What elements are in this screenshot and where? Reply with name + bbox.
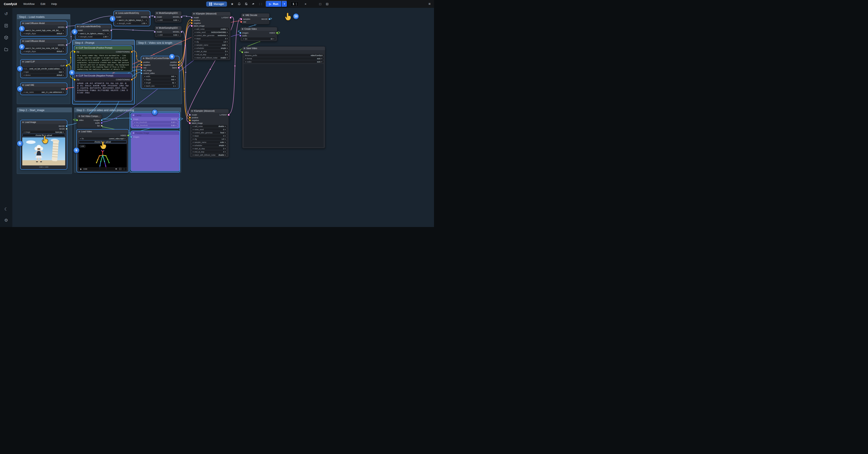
widget-shift[interactable]: ◀shift8.00▶ <box>156 34 180 36</box>
IMAGE-output-pin[interactable] <box>66 125 67 127</box>
queue-down-icon[interactable]: ▾ <box>296 4 297 6</box>
image-input-pin[interactable] <box>130 118 132 120</box>
widget-left-arrow-icon[interactable]: ◀ <box>194 57 195 59</box>
collapse-dot-icon[interactable] <box>22 121 24 123</box>
widget-left-arrow-icon[interactable]: ◀ <box>78 36 79 38</box>
MODEL-output-pin[interactable] <box>66 26 67 28</box>
MODEL-output-pin[interactable] <box>181 16 182 18</box>
widget-type[interactable]: ◀typewan▶ <box>22 70 65 73</box>
widget-right-arrow-icon[interactable]: ▶ <box>225 145 226 146</box>
run-options-button[interactable]: ▾ <box>282 1 287 7</box>
collapse-dot-icon[interactable] <box>79 116 80 117</box>
collapse-dot-icon[interactable] <box>22 61 24 62</box>
widget-left-arrow-icon[interactable]: ◀ <box>23 71 24 73</box>
negative-input-pin[interactable] <box>191 22 193 24</box>
node-title-lora-loader-low[interactable]: LoraLoaderModelOnly <box>75 25 111 28</box>
latent_image-input-pin[interactable] <box>189 122 191 124</box>
widget-wan2-2-i2v-lightx2v-4steps[interactable]: ◀wan2.2_i2v_lightx2v_4steps_lor ...▶ <box>77 32 110 35</box>
menu-edit[interactable]: Edit <box>40 2 45 5</box>
collapse-dot-icon[interactable] <box>191 110 193 112</box>
widget-low-threshold[interactable]: ◀low_threshold0.10▶ <box>133 121 178 124</box>
widget-right-arrow-icon[interactable]: ▶ <box>227 44 228 46</box>
CONDITIONING-output-pin[interactable] <box>131 79 133 81</box>
widget-right-arrow-icon[interactable]: ▶ <box>176 121 177 123</box>
widget-left-arrow-icon[interactable]: ◀ <box>192 142 193 143</box>
queue-up-icon[interactable]: ▴ <box>296 2 297 4</box>
LATENT-output-pin[interactable] <box>228 114 229 116</box>
node-get-video-components[interactable]: Get Video Compo...videoimagesaudiofps <box>77 114 102 128</box>
widget-width[interactable]: ◀width640▶ <box>143 75 177 78</box>
group-title-step3[interactable]: Step 3 - Control video and video preproc… <box>74 108 181 112</box>
model-library-icon[interactable] <box>4 35 9 40</box>
widget-right-arrow-icon[interactable]: ▶ <box>63 68 64 70</box>
node-title-load-diffusion-model-high[interactable]: Load Diffusion Model <box>21 22 67 25</box>
prompt-textarea[interactable]: 色调艳丽，过曝，静态，细节模糊不清，字幕，风格，作品，画作，画面，静止，整体发灰… <box>76 82 130 100</box>
widget-left-arrow-icon[interactable]: ◀ <box>144 85 145 87</box>
widget-wan2-2-i2v-lightx2v-4steps[interactable]: ◀wan2.2_i2v_lightx2v_4steps_lor ...▶ <box>116 19 148 22</box>
widget-left-arrow-icon[interactable]: ◀ <box>192 129 193 130</box>
node-ksampler-advanced-1[interactable]: KSampler (Advanced)modelLATENTpositivene… <box>191 12 231 60</box>
node-title-load-video[interactable]: Load Video <box>77 130 128 133</box>
node-load-vae[interactable]: Load VAEVAE◀vae_namewan_2.1_vae.safetens… <box>21 83 67 95</box>
bottom-panel-icon[interactable]: ⊟ <box>325 2 329 6</box>
widget-left-arrow-icon[interactable]: ◀ <box>194 47 195 49</box>
IMAGE-output-pin[interactable] <box>269 18 270 20</box>
widget-right-arrow-icon[interactable]: ▶ <box>178 34 179 36</box>
MODEL-output-pin[interactable] <box>111 30 112 31</box>
menu-icon[interactable]: ≡ <box>429 2 431 6</box>
widget-strength-model[interactable]: ◀strength_model1.00▶ <box>116 22 148 25</box>
widget-steps[interactable]: ◀steps4▶ <box>191 134 227 137</box>
node-title-load-diffusion-model-low[interactable]: Load Diffusion Model <box>21 39 67 43</box>
node-vae-decode[interactable]: VAE DecodesamplesIMAGEvae <box>241 13 270 24</box>
positive-input-pin[interactable] <box>189 117 191 119</box>
widget-return-with-leftover-noise[interactable]: ◀return_with_leftover_noisedisable▶ <box>191 154 227 156</box>
collapse-dot-icon[interactable] <box>76 75 78 77</box>
widget-shift[interactable]: ◀shift8.00▶ <box>156 19 180 22</box>
widget-left-arrow-icon[interactable]: ◀ <box>243 38 244 40</box>
node-clip-text-encode-negative[interactable]: CLIP Text Encode (Negative Prompt)clipCO… <box>74 74 132 101</box>
volume-icon[interactable] <box>115 168 117 170</box>
collapse-dot-icon[interactable] <box>193 13 195 14</box>
positive-output-pin[interactable] <box>178 61 180 63</box>
widget-image[interactable]: ◀imageinput.jpg▶ <box>22 130 65 133</box>
collapse-dot-icon[interactable] <box>79 131 80 132</box>
collapse-dot-icon[interactable] <box>116 12 117 14</box>
widget-right-arrow-icon[interactable]: ▶ <box>227 41 228 43</box>
widget-left-arrow-icon[interactable]: ◀ <box>23 74 24 76</box>
group-title-step4[interactable]: Step 4 - Prompt <box>73 40 134 45</box>
play-button[interactable]: ▶ <box>80 168 82 170</box>
widget-left-arrow-icon[interactable]: ◀ <box>157 19 158 21</box>
widget-strength-model[interactable]: ◀strength_model1.00▶ <box>77 35 110 38</box>
video-input-pin[interactable] <box>241 51 243 53</box>
widget-right-arrow-icon[interactable]: ▶ <box>227 51 228 52</box>
widget-high-threshold[interactable]: ◀high_threshold0.60▶ <box>133 124 178 127</box>
node-library-icon[interactable] <box>4 23 9 28</box>
widget-right-arrow-icon[interactable]: ▶ <box>146 19 147 21</box>
widget-right-arrow-icon[interactable]: ▶ <box>321 61 322 63</box>
widget-right-arrow-icon[interactable]: ▶ <box>63 47 64 49</box>
widget-cfg[interactable]: ◀cfg1.0▶ <box>193 40 229 43</box>
collapse-dot-icon[interactable] <box>143 58 144 59</box>
app-logo[interactable]: ComfyUI <box>4 2 17 6</box>
node-load-diffusion-model-high[interactable]: Load Diffusion ModelMODEL◀wan2.2_fun_con… <box>21 21 67 36</box>
widget-left-arrow-icon[interactable]: ◀ <box>192 151 193 153</box>
node-title-create-video[interactable]: Create Video <box>240 27 277 31</box>
node-lora-loader-high[interactable]: LoraLoaderModelOnlymodelMODEL◀wan2.2_i2v… <box>114 11 150 26</box>
widget-left-arrow-icon[interactable]: ◀ <box>245 61 246 63</box>
widget-left-arrow-icon[interactable]: ◀ <box>194 28 195 30</box>
collapse-dot-icon[interactable] <box>22 84 24 86</box>
widget-right-arrow-icon[interactable]: ▶ <box>63 74 64 76</box>
widget-right-arrow-icon[interactable]: ▶ <box>225 142 226 143</box>
widget-right-arrow-icon[interactable]: ▶ <box>225 154 226 156</box>
widget-vae-name[interactable]: ◀vae_namewan_2.1_vae.safetensors▶ <box>22 91 65 93</box>
MODEL-output-pin[interactable] <box>66 44 67 46</box>
collapse-dot-icon[interactable] <box>156 12 158 14</box>
queue-count-stepper[interactable]: 1 ▴ ▾ <box>290 1 299 6</box>
group-title-step1[interactable]: Step1 - Load models <box>17 14 70 19</box>
widget-right-arrow-icon[interactable]: ▶ <box>176 125 177 126</box>
MODEL-output-pin[interactable] <box>181 31 182 33</box>
widget-right-arrow-icon[interactable]: ▶ <box>227 28 228 30</box>
share-icon[interactable] <box>251 2 255 5</box>
widget-start-at-step[interactable]: ◀start_at_step0▶ <box>193 50 229 53</box>
images-output-pin[interactable] <box>101 119 102 121</box>
